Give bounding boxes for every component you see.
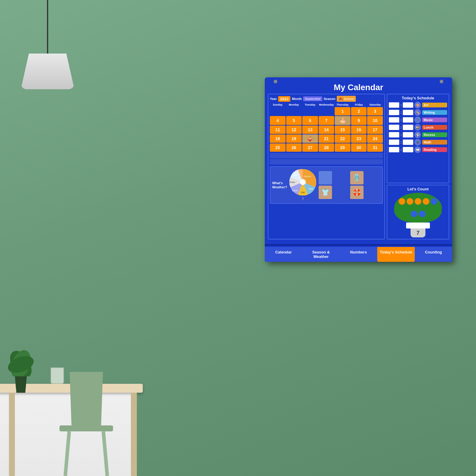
year-value: 2022 [278, 96, 290, 102]
cal-day-18: 18 [270, 134, 286, 143]
cal-day-1: 1 [335, 107, 350, 115]
schedule-label-recess: Recess [422, 132, 447, 137]
month-value: September [303, 96, 322, 101]
weather-item-4: 🛟 [350, 186, 364, 199]
schedule-label-reading: Reading [422, 147, 447, 152]
schedule-row-music: : 🎵 Music [389, 117, 447, 123]
board-title: My Calendar [268, 80, 449, 94]
tab-numbers[interactable]: Numbers [340, 247, 377, 262]
cal-day-28: 28 [319, 143, 334, 152]
dot-1 [399, 198, 405, 205]
cal-day-25: 25 [270, 143, 286, 152]
schedule-icon-art: 🎨 [414, 102, 421, 108]
schedule-label-writing: Writing [422, 110, 447, 115]
cal-day-17: 17 [367, 126, 383, 134]
tab-counting[interactable]: Counting [415, 247, 452, 262]
calendar-grid: 1 2 3 4 5 6 7 🎂 9 10 11 12 13 14 15 16 1… [270, 107, 383, 152]
chair [60, 363, 113, 476]
count-section: Let's Count 7 [387, 185, 449, 239]
cup [51, 367, 64, 384]
time-recess-2 [403, 132, 413, 137]
cal-day-6: 6 [302, 116, 318, 125]
schedule-row-art: : 🎨 Art [389, 102, 447, 108]
dot-2 [407, 198, 413, 205]
cal-day-9: 9 [351, 116, 367, 125]
cal-day-4: 4 [270, 116, 286, 125]
lamp [18, 0, 77, 89]
cal-cell-empty [302, 107, 318, 115]
bottom-tabs[interactable]: Calendar Season &Weather Numbers Today's… [265, 247, 452, 262]
cal-day-7: 7 [319, 116, 334, 125]
weather-section: What'sWeather? Autum [270, 166, 383, 204]
cal-day-3: 3 [367, 107, 383, 115]
svg-text:Sun: Sun [301, 191, 305, 193]
schedule-icon-reading: 📖 [414, 146, 421, 153]
calendar-board: My Calendar Year 2022 Month September Se… [265, 77, 452, 262]
cal-day-31: 31 [367, 143, 383, 152]
schedule-icon-writing: ✏️ [414, 109, 421, 116]
time-art-2 [403, 102, 413, 108]
schedule-row-writing: : ✏️ Writing [389, 109, 447, 116]
board-divider [265, 245, 452, 245]
chair-leg-front-left [63, 431, 71, 476]
day-sun: Sunday [270, 103, 286, 106]
cal-cell-empty [270, 107, 286, 115]
right-section: Today's Schedule : 🎨 Art : ✏️ Writing [387, 94, 449, 239]
dot-4 [423, 198, 429, 205]
schedule-icon-music: 🎵 [414, 117, 421, 123]
cal-day-24: 24 [367, 134, 383, 143]
empty-row-2 [270, 159, 383, 165]
weather-wheel-svg: Autumn Rain Sun Cloud Snow Wind [289, 169, 316, 195]
tab-season-weather[interactable]: Season &Weather [302, 247, 340, 262]
cal-day-22: 22 [335, 134, 350, 143]
schedule-row-lunch: : 🍱 Lunch [389, 124, 447, 131]
time-math [389, 140, 399, 145]
colon-art: : [400, 103, 402, 107]
time-lunch [389, 125, 399, 130]
empty-row-1 [270, 153, 383, 158]
year-label: Year [270, 97, 277, 101]
lamp-shade [21, 54, 74, 89]
cal-day-13: 13 [302, 126, 318, 134]
schedule-icon-math: ➕ [414, 139, 421, 145]
svg-text:Snow: Snow [290, 181, 295, 183]
chair-seat [60, 425, 113, 431]
board-main-content: Year 2022 Month September Season 🍂 Autum… [268, 94, 449, 239]
cal-day-30: 30 [351, 143, 367, 152]
weather-items: 🩴 👕 🛟 [319, 171, 381, 199]
dot-7 [419, 211, 425, 217]
schedule-row-reading: : 📖 Reading [389, 146, 447, 153]
tab-calendar[interactable]: Calendar [265, 247, 302, 262]
colon-lunch: : [400, 125, 402, 129]
chair-leg-front-right [101, 431, 109, 476]
colon-math: : [400, 140, 402, 144]
dot-3 [415, 198, 421, 205]
count-title: Let's Count [408, 187, 429, 191]
day-thu: Thursday [335, 103, 350, 106]
cal-day-15: 15 [335, 126, 350, 134]
calendar-header: Year 2022 Month September Season 🍂 Autum… [270, 96, 383, 102]
cal-day-26: 26 [286, 143, 302, 152]
schedule-row-recess: : ⚽ Recess [389, 131, 447, 138]
svg-text:Wind: Wind [293, 174, 298, 176]
cal-day-5: 5 [286, 116, 302, 125]
calendar-section: Year 2022 Month September Season 🍂 Autum… [268, 94, 385, 239]
schedule-section: Today's Schedule : 🎨 Art : ✏️ Writing [387, 94, 449, 183]
cal-day-2: 2 [351, 107, 367, 115]
day-fri: Friday [351, 103, 367, 106]
cal-day-21: 21 [319, 134, 334, 143]
time-reading [389, 147, 399, 152]
cal-day-20: 🎪 [302, 134, 318, 143]
time-music [389, 117, 399, 123]
tab-schedule[interactable]: Today's Schedule [377, 247, 415, 262]
bowl-base [406, 223, 430, 228]
cal-day-16: 16 [351, 126, 367, 134]
cal-day-27: 27 [302, 143, 318, 152]
colon-recess: : [400, 133, 402, 137]
time-music-2 [403, 117, 413, 123]
schedule-label-lunch: Lunch [422, 125, 447, 130]
weather-item-3: 👕 [319, 186, 332, 199]
time-art [389, 102, 399, 108]
time-reading-2 [403, 147, 413, 152]
weather-item-1 [319, 171, 332, 184]
